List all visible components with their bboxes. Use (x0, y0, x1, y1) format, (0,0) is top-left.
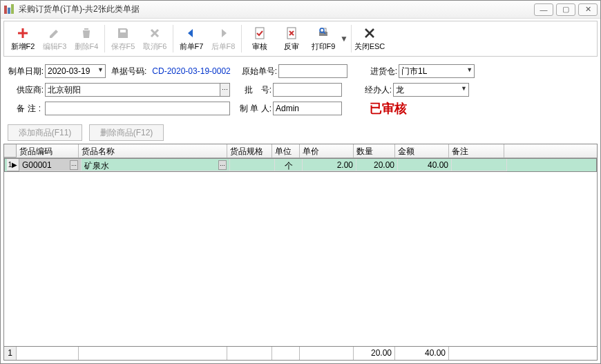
edit-button[interactable]: 编辑F3 (39, 23, 70, 55)
date-input[interactable] (45, 64, 106, 78)
save-icon (116, 26, 130, 40)
delete-button[interactable]: 删除F4 (70, 23, 102, 55)
grid-footer: 1 20.00 40.00 (3, 347, 598, 361)
maker-input[interactable] (273, 102, 342, 115)
col-remark[interactable]: 备注 (449, 144, 504, 157)
billno-label: 单据号码: (111, 66, 146, 77)
cell-spec[interactable] (230, 159, 275, 171)
window-title: 采购订货单(订单)-共2张此类单据 (19, 3, 531, 15)
col-amount[interactable]: 金额 (395, 144, 449, 157)
supplier-input[interactable] (45, 83, 220, 97)
footer-amount: 40.00 (395, 347, 449, 360)
orig-label: 原始单号: (242, 66, 277, 77)
plus-icon (16, 26, 30, 40)
cell-code[interactable]: G00001⋯ (19, 159, 82, 171)
close-button[interactable]: 关闭ESC (354, 23, 385, 55)
cell-remark[interactable] (452, 159, 507, 171)
minimize-button[interactable]: — (534, 3, 553, 16)
cell-qty[interactable]: 20.00 (356, 159, 398, 171)
col-name[interactable]: 货品名称 (79, 144, 227, 157)
app-icon (3, 4, 15, 15)
form-area: 制单日期: 单据号码: CD-2020-03-19-0002 原始单号: 进货仓… (1, 59, 600, 122)
cell-price[interactable]: 2.00 (303, 159, 356, 171)
svg-rect-0 (4, 6, 7, 14)
row-indicator: 1▶ (7, 159, 19, 171)
cancel-icon (148, 26, 162, 40)
footer-qty: 20.00 (354, 347, 395, 360)
handler-select[interactable] (393, 83, 469, 97)
footer-idx: 1 (4, 347, 17, 360)
remark-input[interactable] (45, 102, 230, 115)
col-price[interactable]: 单价 (300, 144, 354, 157)
col-code[interactable]: 货品编码 (17, 144, 79, 157)
audit-button[interactable]: 审核 (244, 23, 276, 55)
undo-doc-icon (285, 26, 298, 40)
close-icon (363, 26, 376, 40)
save-button[interactable]: 保存F5 (107, 23, 139, 55)
print-button[interactable]: 打印F9 (307, 23, 339, 55)
close-window-button[interactable]: ✕ (578, 3, 598, 16)
col-unit[interactable]: 单位 (272, 144, 300, 157)
date-label: 制单日期: (8, 66, 44, 77)
billno-value: CD-2020-03-19-0002 (152, 66, 230, 76)
add-item-button[interactable]: 添加商品(F11) (8, 124, 82, 141)
maker-label: 制 单 人: (237, 103, 271, 115)
delete-item-button[interactable]: 删除商品(F12) (89, 124, 164, 141)
audit-stamp: 已审核 (370, 100, 407, 117)
toolbar: 新增F2 编辑F3 删除F4 保存F5 取消F6 前单F7 后单F8 (3, 21, 598, 57)
grid-corner (4, 144, 17, 157)
items-grid: 货品编码 货品名称 货品规格 单位 单价 数量 金额 备注 1▶ G00001⋯… (3, 144, 598, 347)
prev-button[interactable]: 前单F7 (175, 23, 207, 55)
svg-rect-1 (8, 8, 10, 14)
maximize-button[interactable]: ▢ (556, 3, 575, 16)
unaudit-button[interactable]: 反审 (276, 23, 307, 55)
print-dropdown[interactable]: ▼ (339, 23, 349, 55)
trash-icon (79, 26, 93, 40)
table-row[interactable]: 1▶ G00001⋯ 矿泉水⋯ 个 2.00 20.00 40.00 (4, 158, 597, 172)
name-lookup-button[interactable]: ⋯ (218, 160, 227, 170)
pencil-icon (48, 26, 61, 40)
warehouse-label: 进货仓: (363, 66, 397, 77)
code-lookup-button[interactable]: ⋯ (70, 160, 78, 170)
cell-name[interactable]: 矿泉水⋯ (82, 159, 230, 171)
cancel-button[interactable]: 取消F6 (139, 23, 171, 55)
print-icon (316, 26, 330, 40)
cell-unit[interactable]: 个 (275, 159, 303, 171)
check-doc-icon (253, 26, 267, 40)
add-button[interactable]: 新增F2 (7, 23, 39, 55)
batch-input[interactable] (273, 83, 342, 97)
cell-amount[interactable]: 40.00 (398, 159, 452, 171)
titlebar: 采购订货单(订单)-共2张此类单据 — ▢ ✕ (1, 1, 600, 19)
batch-label: 批 号: (237, 84, 271, 96)
svg-rect-2 (11, 4, 14, 14)
svg-rect-3 (256, 28, 264, 39)
next-button[interactable]: 后单F8 (207, 23, 239, 55)
supplier-label: 供应商: (8, 84, 44, 96)
arrow-left-icon (184, 26, 198, 40)
handler-label: 经办人: (357, 84, 392, 96)
warehouse-select[interactable] (399, 64, 475, 78)
col-spec[interactable]: 货品规格 (227, 144, 272, 157)
col-qty[interactable]: 数量 (354, 144, 395, 157)
remark-label: 备注: (8, 103, 44, 115)
orig-input[interactable] (278, 64, 347, 78)
supplier-lookup-button[interactable]: ⋯ (220, 83, 230, 97)
arrow-right-icon (216, 26, 230, 40)
